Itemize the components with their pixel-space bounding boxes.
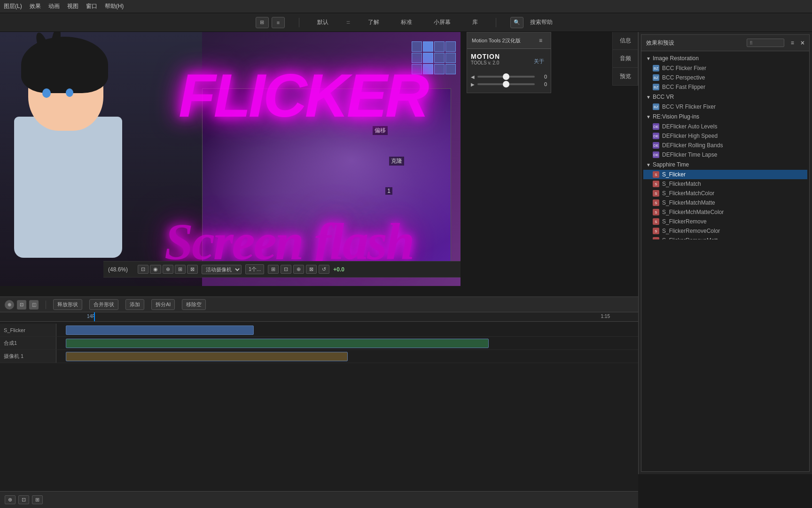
motion-brand: MOTION TOOLS v. 2.0 — [471, 53, 500, 65]
vp-icon-a[interactable]: ⊞ — [268, 265, 279, 274]
slider1-track[interactable] — [477, 76, 535, 78]
motion-tools-menu-icon[interactable]: ≡ — [535, 35, 546, 46]
plus-value-badge: +0.0 — [333, 266, 344, 273]
effect-s-flickermchmatte[interactable]: S S_FlickerMchMatteColor — [643, 207, 807, 217]
toolbar-btn-smallscreen[interactable]: 小屏幕 — [430, 16, 454, 28]
track-label-1: S_Flicker — [0, 324, 56, 336]
slider1-thumb[interactable] — [503, 73, 509, 80]
viewport-icon-5[interactable]: ⊠ — [187, 265, 198, 274]
effects-search-input[interactable] — [747, 39, 784, 47]
track-bar-2[interactable] — [66, 339, 489, 348]
vp-icon-d[interactable]: ⊠ — [306, 265, 317, 274]
effect-bcc-vr-flicker[interactable]: BZ BCC VR Flicker Fixer — [643, 102, 807, 111]
tl-btn-merge[interactable]: 合并形状 — [89, 299, 118, 310]
effect-s-flickerremovedmatt[interactable]: S S_FlickerRemoveMatt... — [643, 236, 807, 239]
toolbar: ⊞ ≡ 默认 = 了解 标准 小屏幕 库 🔍 搜索帮助 — [0, 13, 812, 32]
info-tab-preview[interactable]: 预览 — [613, 68, 638, 86]
char-body — [14, 117, 122, 258]
slider1-left-arrow[interactable]: ◀ — [471, 74, 475, 79]
menu-item-animation[interactable]: 动画 — [48, 2, 60, 10]
motion-tools-body: MOTION TOOLS v. 2.0 关于 ◀ 0 ▶ 0 — [467, 49, 551, 93]
tl-btn-add[interactable]: 添加 — [125, 299, 144, 310]
search-help-label[interactable]: 搜索帮助 — [526, 16, 556, 28]
track-bar-3[interactable] — [66, 352, 348, 361]
tl-btn-remove[interactable]: 移除空 — [182, 299, 206, 310]
canvas-area: FLICKER Screen flash 偏移 克隆 1 — [0, 32, 461, 286]
timeline-end-label: 1:15 — [601, 314, 610, 319]
char-hair — [21, 37, 108, 93]
bt-icon-3[interactable]: ⊞ — [32, 495, 43, 504]
effect-deflicker-rolling[interactable]: DE DEFlicker Rolling Bands — [643, 141, 807, 150]
viewport-icon-4[interactable]: ⊞ — [175, 265, 186, 274]
menu-item-layers[interactable]: 图层(L) — [4, 2, 22, 10]
category-bcc-vr[interactable]: ▼BCC VR — [643, 92, 807, 102]
viewport-icon-2[interactable]: ◉ — [150, 265, 161, 274]
category-image-restoration[interactable]: ▼Image Restoration — [643, 53, 807, 64]
toolbar-btn-understand[interactable]: 了解 — [364, 16, 383, 28]
effect-icon-6: DE — [653, 133, 659, 139]
effect-s-flicker[interactable]: S S_Flicker — [643, 170, 807, 179]
menu-item-window[interactable]: 窗口 — [86, 2, 97, 10]
effect-s-flickerremovecolor[interactable]: S S_FlickerRemoveColor — [643, 226, 807, 236]
category-revision[interactable]: ▼RE:Vision Plug-ins — [643, 111, 807, 122]
effect-bcc-fast-flipper[interactable]: BZ BCC Fast Flipper — [643, 82, 807, 92]
bt-icon-2[interactable]: ⊡ — [18, 495, 29, 504]
toolbar-icon-btn-2[interactable]: ≡ — [272, 17, 285, 28]
effect-s-flickermatch[interactable]: S S_FlickerMatch — [643, 179, 807, 189]
grid-cell-12 — [445, 64, 456, 74]
menu-item-effects[interactable]: 效果 — [30, 2, 41, 10]
toolbar-icon-btn-1[interactable]: ⊞ — [256, 17, 269, 28]
menu-item-help[interactable]: 帮助(H) — [105, 2, 124, 10]
effect-deflicker-auto[interactable]: DE DEFlicker Auto Levels — [643, 122, 807, 131]
viewport-icon-3[interactable]: ⊕ — [163, 265, 173, 274]
effects-menu-icon[interactable]: ≡ — [787, 38, 798, 48]
effect-s-flickerremove[interactable]: S S_FlickerRemove — [643, 217, 807, 226]
grid-cell-3 — [434, 41, 445, 52]
effect-icon-9: S — [653, 171, 659, 178]
grid-cell-8 — [445, 53, 456, 63]
effect-deflicker-high[interactable]: DE DEFlicker High Speed — [643, 131, 807, 141]
effect-s-flickermatchmatte[interactable]: S S_FlickerMatchMatte — [643, 198, 807, 207]
effect-bcc-perspective[interactable]: BZ BCC Perspective — [643, 73, 807, 82]
camera-select[interactable]: 活动摄像机 — [202, 265, 242, 274]
playhead-indicator[interactable] — [94, 312, 95, 321]
effect-icon-12: S — [653, 199, 659, 206]
viewport-icon-1[interactable]: ⊡ — [138, 265, 148, 274]
vp-icon-c[interactable]: ⊕ — [293, 265, 304, 274]
vp-icon-e[interactable]: ↺ — [319, 265, 329, 274]
slider-row-2: ▶ 0 — [471, 81, 547, 87]
motion-tools-panel: Motion Tools 2汉化版 ≡ MOTION TOOLS v. 2.0 … — [467, 32, 551, 93]
tl-icon-2[interactable]: ⊡ — [17, 300, 26, 310]
slider2-left-arrow[interactable]: ▶ — [471, 82, 475, 87]
effect-s-flickermatchcolor[interactable]: S S_FlickerMatchColor — [643, 189, 807, 198]
tl-icon-1[interactable]: ⊕ — [5, 300, 14, 310]
info-tab-audio[interactable]: 音频 — [613, 50, 638, 68]
effect-bcc-flicker-fixer[interactable]: BZ BCC Flicker Fixer — [643, 64, 807, 73]
zoom-level: (48.6%) — [108, 266, 134, 273]
toolbar-btn-default[interactable]: 默认 — [313, 16, 332, 28]
menu-item-view[interactable]: 视图 — [67, 2, 78, 10]
slider2-track[interactable] — [477, 83, 535, 85]
tl-btn-split[interactable]: 拆分AI — [151, 299, 175, 310]
timeline-ruler: 14F 1:15 — [0, 312, 638, 322]
search-icon-btn[interactable]: 🔍 — [510, 17, 523, 28]
info-tab-info[interactable]: 信息 — [613, 32, 638, 50]
category-sapphire-time[interactable]: ▼Sapphire Time — [643, 159, 807, 170]
effect-icon-14: S — [653, 218, 659, 225]
grid-cell-11 — [434, 64, 445, 74]
toolbar-btn-standard[interactable]: 标准 — [397, 16, 416, 28]
tl-icon-3[interactable]: ◫ — [29, 300, 39, 310]
vp-icon-b[interactable]: ⊡ — [281, 265, 291, 274]
bottom-toolbar: ⊕ ⊡ ⊞ — [0, 491, 638, 508]
motion-tools-header: Motion Tools 2汉化版 ≡ — [467, 32, 551, 49]
view-num-btn[interactable]: 1个... — [245, 264, 264, 274]
tl-btn-release[interactable]: 释放形状 — [53, 299, 82, 310]
slider2-thumb[interactable] — [503, 81, 509, 87]
about-button[interactable]: 关于 — [531, 57, 547, 66]
toolbar-btn-library[interactable]: 库 — [468, 16, 482, 28]
track-bar-1[interactable] — [66, 325, 254, 335]
bt-icon-1[interactable]: ⊕ — [5, 495, 16, 504]
effect-icon-3: BZ — [653, 84, 659, 90]
effects-close-button[interactable]: × — [801, 39, 804, 47]
effect-deflicker-timelapse[interactable]: DE DEFlicker Time Lapse — [643, 150, 807, 159]
